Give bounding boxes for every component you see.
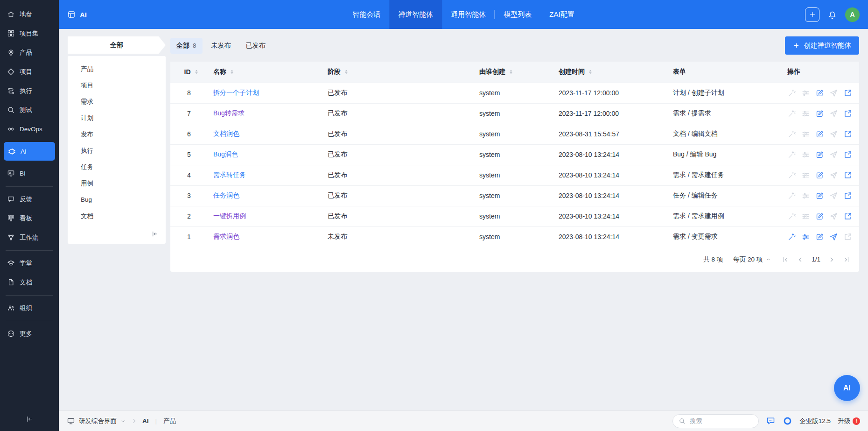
filter-item-case[interactable]: 用例 [68,175,166,191]
wand-icon[interactable] [787,109,796,118]
sort-icon[interactable] [508,69,514,75]
breadcrumb-app[interactable]: AI [142,417,149,424]
filter-item-product[interactable]: 产品 [68,61,166,77]
filter-item-project[interactable]: 项目 [68,77,166,93]
edit-icon[interactable] [815,191,824,200]
filter-item-bug[interactable]: Bug [68,191,166,208]
sliders-icon[interactable] [801,212,810,221]
wand-icon[interactable] [787,212,796,221]
sidebar-item-qa[interactable]: 测试 [0,100,59,120]
status-tab-unpublished[interactable]: 未发布 [205,38,237,54]
notifications-bell[interactable] [827,10,837,20]
agent-name-link[interactable]: 需求转任务 [213,171,246,178]
edit-icon[interactable] [815,109,824,118]
edit-icon[interactable] [815,130,824,139]
tab-zentao-agents[interactable]: 禅道智能体 [389,0,442,29]
last-page-button[interactable] [843,256,850,263]
sidebar-item-execution[interactable]: 执行 [0,81,59,100]
brand-circle-button[interactable] [783,416,792,426]
send-icon[interactable] [829,233,838,241]
status-tab-published[interactable]: 已发布 [240,38,272,54]
open-icon[interactable] [843,89,852,98]
first-page-button[interactable] [782,256,789,263]
search-input[interactable] [689,417,753,425]
next-page-button[interactable] [828,256,835,263]
tab-model-list[interactable]: 模型列表 [495,0,540,29]
edit-icon[interactable] [815,171,824,180]
agent-name-link[interactable]: 拆分一个子计划 [213,89,259,96]
open-icon[interactable] [843,171,852,180]
filter-item-release[interactable]: 发布 [68,126,166,142]
wand-icon[interactable] [787,191,796,200]
page-size-select[interactable]: 每页 20 项 [733,255,771,264]
sort-icon[interactable] [343,69,350,75]
sidebar-item-bi[interactable]: BI [0,164,59,183]
send-icon[interactable] [829,150,838,159]
open-icon[interactable] [843,150,852,159]
create-agent-button[interactable]: 创建禅道智能体 [785,36,860,55]
sliders-icon[interactable] [801,171,810,180]
sliders-icon[interactable] [801,191,810,200]
send-icon[interactable] [829,191,838,200]
panel-collapse-button[interactable] [68,224,166,244]
sliders-icon[interactable] [801,89,810,98]
send-icon[interactable] [829,212,838,221]
sort-icon[interactable] [229,69,235,75]
agent-name-link[interactable]: Bug润色 [213,150,238,158]
sidebar-item-home[interactable]: 地盘 [0,5,59,24]
wand-icon[interactable] [787,130,796,139]
agent-name-link[interactable]: 需求润色 [213,233,239,240]
tab-chat-session[interactable]: 智能会话 [343,0,389,29]
status-tab-all[interactable]: 全部 8 [170,38,203,54]
workspace-switcher[interactable]: 研发综合界面 [67,417,126,425]
wand-icon[interactable] [787,233,796,241]
agent-name-link[interactable]: 文档润色 [213,130,239,137]
tab-zai-config[interactable]: ZAI配置 [540,0,583,29]
sliders-icon[interactable] [801,130,810,139]
edit-icon[interactable] [815,89,824,98]
send-icon[interactable] [829,171,838,180]
user-avatar[interactable]: A [845,7,860,22]
column-header-creator[interactable]: 由谁创建 [474,62,553,83]
filter-item-story[interactable]: 需求 [68,93,166,110]
column-header-name[interactable]: 名称 [208,62,322,83]
send-icon[interactable] [829,89,838,98]
send-icon[interactable] [829,109,838,118]
app-switcher[interactable]: AI [67,10,87,19]
sidebar-item-ai[interactable]: AI [4,142,55,161]
floating-ai-button[interactable]: AI [834,375,860,401]
edit-icon[interactable] [815,150,824,159]
sidebar-item-product[interactable]: 产品 [0,43,59,62]
sidebar-item-program[interactable]: 项目集 [0,24,59,43]
send-icon[interactable] [829,130,838,139]
column-header-id[interactable]: ID [170,62,208,83]
wand-icon[interactable] [787,89,796,98]
agent-name-link[interactable]: 任务润色 [213,191,239,199]
sort-icon[interactable] [587,69,594,75]
messenger-button[interactable] [766,416,776,426]
header-add-button[interactable] [805,7,819,22]
column-header-created[interactable]: 创建时间 [553,62,667,83]
sidebar-item-learn[interactable]: 学堂 [0,254,59,273]
sidebar-item-org[interactable]: 组织 [0,298,59,318]
sidebar-item-more[interactable]: 更多 [0,324,59,343]
open-icon[interactable] [843,233,852,241]
upgrade-button[interactable]: 升级 ! [838,417,860,425]
prev-page-button[interactable] [797,256,804,263]
wand-icon[interactable] [787,150,796,159]
module-scope-breadcrumb[interactable]: 全部 [68,36,166,54]
open-icon[interactable] [843,212,852,221]
sidebar-collapse-button[interactable] [0,407,59,431]
sort-icon[interactable] [193,69,200,75]
tab-general-agents[interactable]: 通用智能体 [442,0,495,29]
filter-item-doc[interactable]: 文档 [68,208,166,224]
agent-name-link[interactable]: Bug转需求 [213,109,245,117]
agent-name-link[interactable]: 一键拆用例 [213,212,246,219]
sliders-icon[interactable] [801,233,810,241]
filter-item-task[interactable]: 任务 [68,159,166,175]
sidebar-item-workflow[interactable]: 工作流 [0,228,59,247]
wand-icon[interactable] [787,171,796,180]
sidebar-item-feedback[interactable]: 反馈 [0,190,59,209]
sidebar-item-project[interactable]: 项目 [0,62,59,81]
sidebar-item-kanban[interactable]: 看板 [0,209,59,228]
